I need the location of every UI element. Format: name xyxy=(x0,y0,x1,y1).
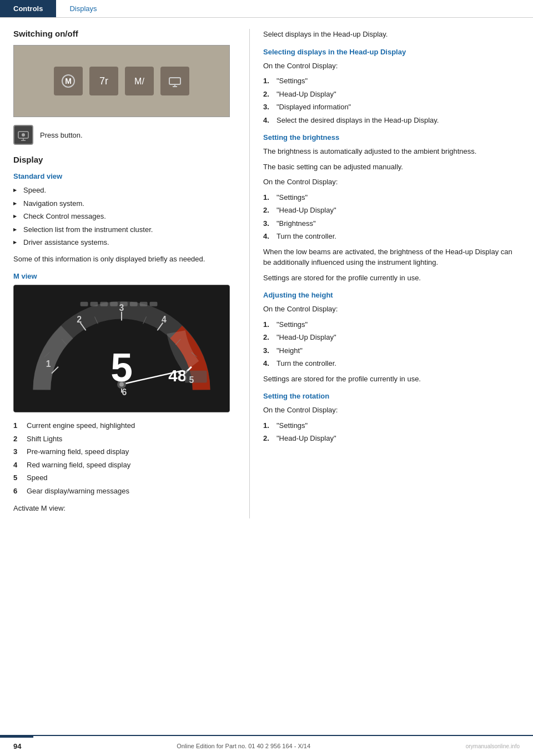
activate-m-view-label: Activate M view: xyxy=(13,503,236,514)
svg-rect-17 xyxy=(130,302,138,306)
press-button-text: Press button. xyxy=(40,131,83,139)
display-title: Display xyxy=(13,155,236,164)
switching-title: Switching on/off xyxy=(13,29,236,38)
list-item: "Head-Up Display" xyxy=(263,205,520,216)
list-item: Selection list from the instrument clust… xyxy=(13,224,236,235)
list-item: "Displayed information" xyxy=(263,102,520,113)
footer-divider-accent xyxy=(0,736,33,738)
list-item: Turn the controller. xyxy=(263,231,520,242)
height-p1: Settings are stored for the profile curr… xyxy=(263,374,520,385)
list-item: "Settings" xyxy=(263,75,520,87)
svg-text:1: 1 xyxy=(46,359,51,369)
rotation-steps: "Settings" "Head-Up Display" xyxy=(263,420,520,444)
list-item: Speed. xyxy=(13,185,236,196)
list-item: "Head-Up Display" xyxy=(263,89,520,100)
right-intro-text: Select displays in the Head-up Display. xyxy=(263,29,520,40)
brightness-intro: On the Control Display: xyxy=(263,177,520,188)
btn-icon-1: M xyxy=(54,67,83,95)
gauge-image: 1 2 3 4 6 5 48 5 xyxy=(13,285,230,412)
selecting-title: Selecting displays in the Head-up Displa… xyxy=(263,48,520,56)
height-intro: On the Control Display: xyxy=(263,304,520,315)
footer-watermark: orymanualsonline.info xyxy=(466,743,520,749)
rotation-intro: On the Control Display: xyxy=(263,405,520,416)
press-button-row: Press button. xyxy=(13,125,236,145)
press-btn-icon xyxy=(13,125,33,145)
tab-controls-label: Controls xyxy=(13,4,43,13)
legend-row-1: 1 Current engine speed, highlighted xyxy=(13,420,236,431)
legend-row-2: 2 Shift Lights xyxy=(13,434,236,445)
legend-row-6: 6 Gear display/warning messages xyxy=(13,486,236,497)
brightness-p4: Settings are stored for the profile curr… xyxy=(263,273,520,284)
btn-icon-3: M/ xyxy=(125,67,154,95)
list-item: "Settings" xyxy=(263,420,520,431)
standard-view-title: Standard view xyxy=(13,172,236,180)
svg-text:4: 4 xyxy=(162,315,167,324)
page-number: 94 xyxy=(13,742,21,750)
svg-rect-18 xyxy=(140,302,148,306)
legend-table: 1 Current engine speed, highlighted 2 Sh… xyxy=(13,420,236,496)
svg-rect-12 xyxy=(81,302,88,306)
svg-text:7r: 7r xyxy=(99,75,108,87)
brightness-p1: The brightness is automatically adjusted… xyxy=(263,146,520,157)
svg-text:3: 3 xyxy=(119,303,124,313)
svg-text:2: 2 xyxy=(77,315,82,324)
selecting-intro: On the Control Display: xyxy=(263,61,520,72)
svg-text:5: 5 xyxy=(189,375,194,385)
svg-text:M: M xyxy=(65,77,72,85)
list-item: "Settings" xyxy=(263,192,520,203)
list-item: "Head-Up Display" xyxy=(263,332,520,343)
svg-rect-42 xyxy=(185,371,207,383)
svg-text:48: 48 xyxy=(168,366,187,385)
svg-point-10 xyxy=(22,133,25,137)
svg-text:M/: M/ xyxy=(134,77,144,86)
list-item: "Brightness" xyxy=(263,218,520,229)
tab-displays-label: Displays xyxy=(69,4,97,13)
right-column: Select displays in the Head-up Display. … xyxy=(250,29,533,518)
brightness-p3: When the low beams are activated, the br… xyxy=(263,246,520,268)
height-steps: "Settings" "Head-Up Display" "Height" Tu… xyxy=(263,319,520,369)
rotation-title: Setting the rotation xyxy=(263,392,520,400)
main-content: Switching on/off M 7r M/ xyxy=(0,18,533,530)
legend-row-3: 3 Pre-warning field, speed display xyxy=(13,446,236,457)
footer-text: Online Edition for Part no. 01 40 2 956 … xyxy=(177,743,310,749)
brightness-title: Setting the brightness xyxy=(263,133,520,142)
btn-icon-2: 7r xyxy=(89,67,118,95)
legend-row-4: 4 Red warning field, speed display xyxy=(13,460,236,471)
tab-displays[interactable]: Displays xyxy=(56,0,110,17)
list-item: "Height" xyxy=(263,345,520,356)
left-column: Switching on/off M 7r M/ xyxy=(0,29,250,518)
svg-rect-4 xyxy=(169,78,180,84)
list-item: "Head-Up Display" xyxy=(263,433,520,444)
svg-rect-19 xyxy=(150,302,158,306)
m-view-title: M view xyxy=(13,272,236,280)
legend-row-5: 5 Speed xyxy=(13,472,236,483)
list-item: Navigation system. xyxy=(13,198,236,209)
standard-view-list: Speed. Navigation system. Check Control … xyxy=(13,185,236,248)
standard-view-note: Some of this information is only display… xyxy=(13,254,236,265)
brightness-p2: The basic setting can be adjusted manual… xyxy=(263,162,520,173)
list-item: Driver assistance systems. xyxy=(13,237,236,248)
buttons-image: M 7r M/ xyxy=(13,45,230,117)
svg-rect-15 xyxy=(110,302,118,306)
list-item: Select the desired displays in the Head-… xyxy=(263,115,520,126)
list-item: "Settings" xyxy=(263,319,520,330)
svg-text:5: 5 xyxy=(110,345,133,390)
brightness-steps: "Settings" "Head-Up Display" "Brightness… xyxy=(263,192,520,242)
svg-rect-14 xyxy=(100,302,108,306)
list-item: Check Control messages. xyxy=(13,211,236,222)
svg-rect-13 xyxy=(90,302,98,306)
list-item: Turn the controller. xyxy=(263,358,520,369)
header-tabs: Controls Displays xyxy=(0,0,533,18)
height-title: Adjusting the height xyxy=(263,291,520,299)
footer: 94 Online Edition for Part no. 01 40 2 9… xyxy=(0,735,533,756)
btn-icon-4 xyxy=(160,67,189,95)
selecting-steps: "Settings" "Head-Up Display" "Displayed … xyxy=(263,75,520,125)
tab-controls[interactable]: Controls xyxy=(0,0,56,17)
